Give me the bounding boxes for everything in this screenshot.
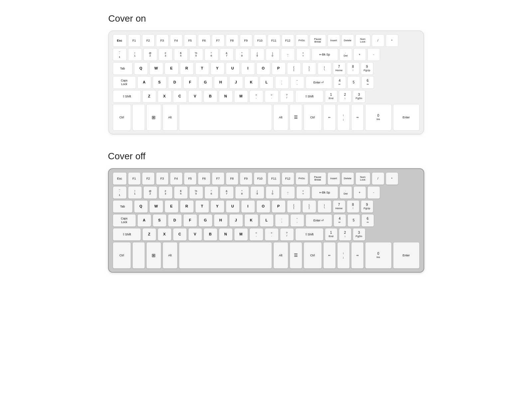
key-delete[interactable]: Delete xyxy=(341,34,354,47)
key-p-off[interactable]: P xyxy=(272,200,286,213)
key-f6-off[interactable]: F6 xyxy=(198,172,210,185)
key-f1-off[interactable]: F1 xyxy=(128,172,141,185)
key-esc[interactable]: Esc xyxy=(113,34,127,47)
key-5[interactable]: % 5 xyxy=(189,48,203,61)
key-num-enter[interactable]: Enter xyxy=(393,104,420,131)
key-z-off[interactable]: Z xyxy=(142,228,156,241)
key-4-off[interactable]: $ 4 xyxy=(174,186,188,199)
key-rbracket[interactable]: } ] xyxy=(302,62,316,75)
key-num-1[interactable]: 1 End xyxy=(325,90,337,103)
key-b[interactable]: B xyxy=(203,90,217,103)
key-r-off[interactable]: R xyxy=(180,200,194,213)
key-equals-off[interactable]: + = xyxy=(296,186,310,199)
key-num-minus[interactable]: - xyxy=(367,48,380,61)
key-alt-left[interactable]: Alt xyxy=(163,104,178,131)
key-num-minus-off[interactable]: - xyxy=(367,186,380,199)
key-1-off[interactable]: ! 1 xyxy=(128,186,142,199)
key-f2[interactable]: F2 xyxy=(142,34,155,47)
key-s[interactable]: S xyxy=(153,76,167,89)
key-1[interactable]: ! 1 xyxy=(128,48,142,61)
key-num-9[interactable]: 9 PgUp xyxy=(361,62,373,75)
key-num-6-off[interactable]: 6 ⇒ xyxy=(361,214,374,227)
key-num-4-off[interactable]: 4 ⇐ xyxy=(333,214,346,227)
key-insert[interactable]: Insert xyxy=(328,34,340,47)
key-k-off[interactable]: K xyxy=(244,214,258,227)
key-comma[interactable]: < , xyxy=(249,90,263,103)
key-f12[interactable]: F12 xyxy=(282,34,294,47)
key-f2-off[interactable]: F2 xyxy=(142,172,155,185)
key-numlock[interactable]: NumLock xyxy=(355,34,370,47)
key-tab-off[interactable]: Tab xyxy=(113,200,133,213)
key-num-8[interactable]: 8 ↑ xyxy=(347,62,359,75)
key-space[interactable] xyxy=(179,104,272,131)
key-arrow-left[interactable]: ⇐ xyxy=(323,104,336,131)
key-arrow-left-off[interactable]: ⇐ xyxy=(323,242,336,269)
key-n-off[interactable]: N xyxy=(219,228,233,241)
key-f5[interactable]: F5 xyxy=(184,34,197,47)
key-k[interactable]: K xyxy=(244,76,258,89)
key-prtsc[interactable]: PrtSc xyxy=(296,34,308,47)
key-x[interactable]: X xyxy=(158,90,172,103)
key-f7[interactable]: F7 xyxy=(212,34,224,47)
key-g-off[interactable]: G xyxy=(199,214,212,227)
key-capslock[interactable]: CapsLock xyxy=(113,76,136,89)
key-f11-off[interactable]: F11 xyxy=(268,172,280,185)
key-r[interactable]: R xyxy=(180,62,194,75)
key-num-8-off[interactable]: 8 ↑ xyxy=(347,200,359,213)
key-num-5[interactable]: 5 xyxy=(347,76,360,89)
key-insert-off[interactable]: Insert xyxy=(328,172,340,185)
key-shift-right[interactable]: ⇧Shift xyxy=(295,90,324,103)
key-capslock-off[interactable]: CapsLock xyxy=(113,214,136,227)
key-a[interactable]: A xyxy=(137,76,151,89)
key-j[interactable]: J xyxy=(229,76,243,89)
key-0-off[interactable]: ) 0 xyxy=(266,186,280,199)
key-f6[interactable]: F6 xyxy=(198,34,210,47)
key-delete-off[interactable]: Delete xyxy=(341,172,354,185)
key-q-off[interactable]: Q xyxy=(134,200,148,213)
key-minus[interactable]: _ - xyxy=(281,48,295,61)
key-semicolon[interactable]: : ; xyxy=(275,76,289,89)
key-7-off[interactable]: & 7 xyxy=(220,186,234,199)
key-m[interactable]: M xyxy=(234,90,248,103)
key-i[interactable]: I xyxy=(241,62,255,75)
key-period-off[interactable]: > . xyxy=(265,228,279,241)
key-alt-left-off[interactable]: Alt xyxy=(163,242,178,269)
key-equals[interactable]: + = xyxy=(296,48,310,61)
key-3-off[interactable]: # 3 xyxy=(159,186,173,199)
key-f-off[interactable]: F xyxy=(183,214,197,227)
key-o[interactable]: O xyxy=(256,62,270,75)
key-f[interactable]: F xyxy=(183,76,197,89)
key-numlock-off[interactable]: NumLock xyxy=(355,172,370,185)
key-num-7[interactable]: 7 Home xyxy=(333,62,345,75)
key-lbracket-off[interactable]: { [ xyxy=(287,200,301,213)
key-f8-off[interactable]: F8 xyxy=(226,172,238,185)
key-ctrl-left[interactable]: Ctrl xyxy=(113,104,131,131)
key-l[interactable]: L xyxy=(260,76,274,89)
key-num-5-off[interactable]: 5 xyxy=(347,214,360,227)
key-e[interactable]: E xyxy=(165,62,179,75)
key-num-1-off[interactable]: 1 End xyxy=(325,228,337,241)
key-f4-off[interactable]: F4 xyxy=(170,172,183,185)
key-shift-left-off[interactable]: ⇧Shift xyxy=(113,228,141,241)
key-menu[interactable]: ☰ xyxy=(290,104,302,131)
key-num-3-off[interactable]: 3 PgDn xyxy=(353,228,365,241)
key-e-off[interactable]: E xyxy=(165,200,179,213)
key-a-off[interactable]: A xyxy=(137,214,151,227)
key-backspace[interactable]: ⇐Bk Sp xyxy=(312,48,338,61)
key-num-plus[interactable]: + xyxy=(353,48,366,61)
key-w-off[interactable]: W xyxy=(149,200,163,213)
key-backslash-off[interactable]: | \ xyxy=(318,200,332,213)
key-slash[interactable]: ? / xyxy=(280,90,294,103)
key-5-off[interactable]: % 5 xyxy=(189,186,203,199)
key-3[interactable]: # 3 xyxy=(159,48,173,61)
key-shift-right-off[interactable]: ⇧Shift xyxy=(295,228,324,241)
key-f5-off[interactable]: F5 xyxy=(184,172,197,185)
key-tab[interactable]: Tab xyxy=(113,62,133,75)
key-s-off[interactable]: S xyxy=(153,214,167,227)
key-f3[interactable]: F3 xyxy=(156,34,169,47)
key-num-6[interactable]: 6 ⇒ xyxy=(361,76,374,89)
key-arrow-right[interactable]: ⇒ xyxy=(351,104,364,131)
key-j-off[interactable]: J xyxy=(229,214,243,227)
key-num-4[interactable]: 4 ⇐ xyxy=(333,76,346,89)
key-4[interactable]: $ 4 xyxy=(174,48,188,61)
